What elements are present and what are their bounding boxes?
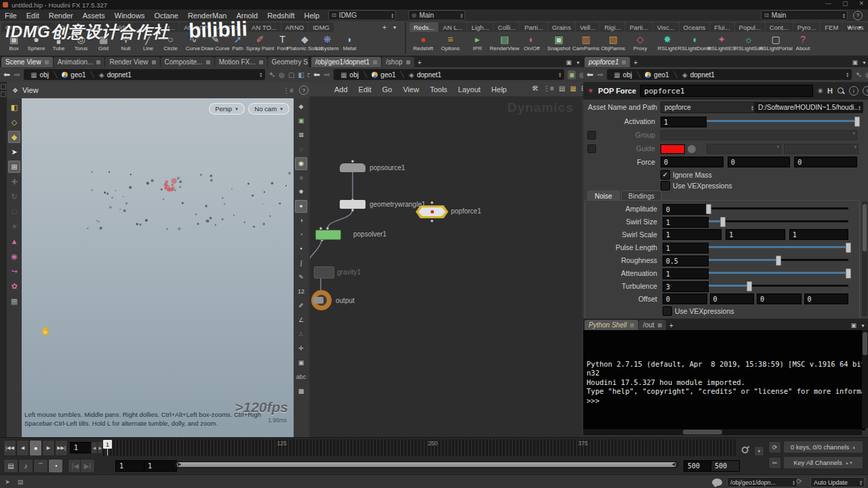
high-quality-lighting-icon[interactable]: ✹ bbox=[295, 186, 307, 199]
pane-tab[interactable]: Animation... bbox=[54, 57, 105, 67]
close-tab-icon[interactable] bbox=[259, 60, 263, 64]
close-tab-icon[interactable] bbox=[630, 323, 634, 327]
tool-l-system[interactable]: ❋ L-System bbox=[316, 33, 338, 56]
range-start-field[interactable]: 1 bbox=[115, 460, 146, 472]
tool-rslight[interactable]: ✸ RSLight bbox=[654, 33, 681, 56]
menu-item[interactable]: Octane bbox=[149, 12, 182, 20]
pane-grip-icon[interactable] bbox=[1, 84, 6, 89]
menu-item[interactable]: View bbox=[397, 85, 425, 94]
menu-item[interactable]: Go bbox=[377, 85, 398, 94]
shelf-tab[interactable]: ...olds bbox=[106, 22, 131, 32]
tool-sphere[interactable]: ● Sphere bbox=[25, 33, 47, 56]
offset-field[interactable]: 0 bbox=[710, 293, 755, 304]
shell-vscrollbar[interactable] bbox=[862, 330, 868, 428]
pulse-length-field[interactable]: 1 bbox=[663, 243, 709, 253]
shelf-tab[interactable]: AN Pip... bbox=[214, 22, 248, 32]
key-icon[interactable] bbox=[739, 443, 753, 457]
menu-item[interactable]: Tools bbox=[425, 85, 453, 94]
pane-tab[interactable]: /shop bbox=[382, 57, 414, 67]
back-icon[interactable]: ⬅ bbox=[587, 70, 593, 79]
shelf-tab[interactable]: FEM bbox=[821, 22, 842, 32]
pane-menu-icon[interactable]: ▼ bbox=[862, 60, 867, 65]
hook-display-icon[interactable]: ∫ bbox=[295, 257, 307, 270]
range-end-value-field[interactable]: 500 bbox=[711, 460, 740, 472]
tool-rslightdome[interactable]: ◖ RSLightDome bbox=[681, 33, 708, 56]
shelf-tab[interactable]: ...ine bbox=[132, 22, 155, 32]
pane-tab[interactable]: Scene View bbox=[1, 57, 53, 67]
projection-pill[interactable]: Persp▼ bbox=[209, 103, 245, 115]
normal-lighting-icon[interactable]: ☼ bbox=[295, 171, 307, 184]
menu-item[interactable]: Add bbox=[329, 85, 353, 94]
offset-field[interactable]: 0 bbox=[663, 293, 707, 304]
info-icon[interactable]: i bbox=[849, 86, 859, 96]
view-cube-icon[interactable]: ▢ bbox=[288, 71, 294, 79]
close-tab-icon[interactable] bbox=[406, 60, 410, 64]
pane-menu-icon[interactable]: ▼ bbox=[576, 60, 580, 65]
add-shelf-tab-button[interactable]: + bbox=[845, 22, 854, 32]
visualizer-icon[interactable]: ▩ bbox=[295, 385, 307, 398]
shaded-mode-icon[interactable]: ● bbox=[295, 200, 307, 213]
tool-about[interactable]: ? About bbox=[789, 33, 816, 56]
viewer-help-icon[interactable]: ? bbox=[299, 85, 309, 95]
breadcrumb-obj[interactable]: ▦obj bbox=[610, 71, 636, 79]
axis-display-icon[interactable]: ✛ bbox=[295, 342, 307, 355]
viewport-layout-icon[interactable]: ▦ bbox=[8, 295, 20, 307]
text-display-icon[interactable]: abc bbox=[295, 371, 307, 384]
shelf-tab[interactable]: ...way bbox=[81, 22, 106, 32]
shelf-tab[interactable]: ARNO bbox=[281, 22, 308, 32]
playhead[interactable]: 1 bbox=[103, 440, 112, 449]
tool-torus[interactable]: ◎ Torus bbox=[70, 33, 92, 56]
jump-end-button[interactable]: ▶▶| bbox=[55, 440, 68, 456]
tool-redshift[interactable]: ● Redshift bbox=[410, 33, 437, 56]
list-view-icon[interactable]: ▤ bbox=[559, 85, 565, 92]
pane-maximize-icon[interactable]: ▣ bbox=[852, 59, 859, 66]
pin-icon[interactable]: ➴ bbox=[855, 70, 862, 79]
motion-path-icon[interactable]: ↪ bbox=[8, 265, 20, 277]
tool-draw-curve[interactable]: ✎ Draw Curve bbox=[204, 33, 226, 56]
audio-icon[interactable]: ♪ bbox=[18, 459, 33, 473]
menu-item[interactable]: File bbox=[0, 12, 22, 20]
node-popsource1[interactable] bbox=[340, 163, 366, 172]
back-icon[interactable]: ⬅ bbox=[313, 70, 320, 79]
pen-display-icon[interactable]: ✎ bbox=[295, 271, 307, 284]
shelf-tab[interactable]: Pyro... bbox=[793, 22, 820, 32]
shelf-tab[interactable]: AN L... bbox=[439, 22, 467, 32]
select-mode-brush-icon[interactable]: ◆ bbox=[8, 131, 20, 143]
shelf-tab[interactable]: AN DOP bbox=[180, 22, 212, 32]
snapshot-frame-icon[interactable]: ▣ bbox=[295, 115, 307, 127]
toolbar-options-icon[interactable]: ⋮≡ bbox=[283, 87, 294, 94]
timeline-ruler[interactable]: 125250375 1 bbox=[102, 439, 736, 456]
wire-shaded-icon[interactable]: ◔ bbox=[295, 228, 307, 241]
forward-icon[interactable]: ➡ bbox=[323, 70, 330, 79]
select-mode-box-icon[interactable]: ◧ bbox=[8, 101, 20, 113]
swirl-size-slider[interactable] bbox=[709, 217, 848, 226]
tool-spray-paint[interactable]: ✐ Spray Paint bbox=[249, 33, 271, 56]
material-shaded-icon[interactable]: ◑ bbox=[295, 214, 307, 227]
play-button[interactable]: ▶ bbox=[42, 440, 55, 456]
close-tab-icon[interactable] bbox=[152, 60, 156, 64]
close-tab-icon[interactable] bbox=[96, 60, 100, 64]
shelf-tab[interactable]: Crea... bbox=[1, 22, 29, 32]
thumbnail-icon[interactable]: ▣ bbox=[295, 357, 307, 369]
shelf-tab[interactable]: Visc... bbox=[653, 22, 679, 32]
group-field[interactable] bbox=[660, 130, 857, 140]
maximize-button[interactable]: ▢ bbox=[842, 0, 848, 7]
shelf-tab[interactable]: Flui... bbox=[710, 22, 734, 32]
color-palette-icon[interactable]: ▦ bbox=[570, 85, 576, 92]
amplitude-slider[interactable] bbox=[709, 204, 848, 213]
shelf-tab[interactable]: AN TO... bbox=[248, 22, 281, 32]
breadcrumb-geo1[interactable]: geo1 bbox=[641, 71, 673, 79]
tool-rslighties[interactable]: ✦ RSLightIES bbox=[708, 33, 735, 56]
select-mode-lasso-icon[interactable]: ◇ bbox=[8, 116, 20, 128]
tool-objparms[interactable]: ▧ ObjParms bbox=[599, 33, 627, 56]
path-spinner[interactable] bbox=[846, 72, 849, 77]
force-y-field[interactable]: 0 bbox=[728, 157, 791, 167]
turbulence-slider[interactable] bbox=[709, 281, 848, 290]
menu-item[interactable]: Edit bbox=[353, 85, 377, 94]
attenuation-slider[interactable] bbox=[709, 268, 848, 277]
param-folder-tab[interactable]: Bindings bbox=[621, 190, 662, 201]
close-tab-icon[interactable] bbox=[658, 323, 662, 327]
breadcrumb-dopnet1[interactable]: ◈dopnet1 bbox=[95, 71, 136, 79]
select-cursor-icon[interactable]: ➤ bbox=[2, 477, 13, 487]
rotate-icon[interactable]: ↻ bbox=[8, 190, 20, 203]
